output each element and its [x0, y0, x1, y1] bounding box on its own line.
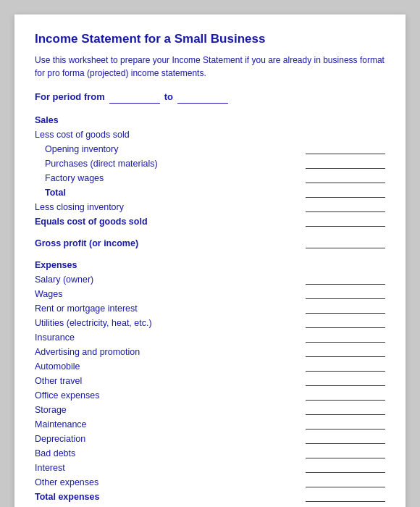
row-label: Purchases (direct materials) [35, 159, 298, 169]
table-row: Total [35, 185, 385, 198]
table-row: Advertising and promotion [35, 344, 385, 357]
row-label: Storage [35, 405, 298, 415]
row-label: Maintenance [35, 419, 298, 430]
section-spacer [35, 503, 385, 507]
row-label: Equals cost of goods sold [35, 217, 298, 227]
table-row: Less closing inventory [35, 199, 385, 212]
row-label: Sales [35, 115, 306, 125]
table-row: Office expenses [35, 387, 385, 401]
row-label: Total [35, 188, 298, 198]
row-label: Other expenses [35, 477, 298, 487]
section-spacer [35, 228, 385, 235]
income-statement-section: SalesLess cost of goods soldOpening inve… [35, 112, 385, 507]
table-row: Wages [35, 286, 385, 299]
row-label: Utilities (electricity, heat, etc.) [35, 318, 298, 328]
income-statement-page: Income Statement for a Small Business Us… [14, 14, 406, 507]
period-to-underline [177, 92, 228, 104]
row-label: Gross profit (or income) [35, 238, 298, 248]
row-label: Less closing inventory [35, 202, 298, 212]
row-input[interactable] [306, 331, 385, 343]
period-label: For period from [35, 91, 105, 102]
table-row: Opening inventory [35, 141, 385, 154]
row-input[interactable] [306, 273, 385, 285]
section-spacer [35, 250, 385, 257]
row-label: Insurance [35, 332, 298, 343]
table-row: Expenses [35, 257, 385, 270]
row-label: Rent or mortgage interest [35, 303, 298, 314]
row-input[interactable] [306, 186, 385, 198]
row-label: Total expenses [35, 492, 298, 502]
period-to: to [164, 91, 173, 102]
row-label: Expenses [35, 260, 306, 270]
table-row: Maintenance [35, 416, 385, 430]
page-title: Income Statement for a Small Business [35, 32, 385, 46]
row-input[interactable] [306, 461, 385, 473]
table-row: Other expenses [35, 474, 385, 487]
row-input[interactable] [306, 288, 385, 299]
row-input[interactable] [306, 490, 385, 502]
table-row: Purchases (direct materials) [35, 156, 385, 169]
row-label: Automobile [35, 361, 298, 372]
row-label: Opening inventory [35, 144, 298, 154]
row-input[interactable] [306, 432, 385, 444]
table-row: Salary (owner) [35, 272, 385, 285]
table-row: Utilities (electricity, heat, etc.) [35, 315, 385, 328]
table-row: Factory wages [35, 170, 385, 183]
table-row: Bad debts [35, 445, 385, 458]
row-input[interactable] [306, 418, 385, 430]
row-label: Factory wages [35, 173, 298, 183]
row-label: Salary (owner) [35, 275, 298, 285]
table-row: Sales [35, 112, 385, 125]
table-row: Total expenses [35, 489, 385, 502]
row-input[interactable] [306, 360, 385, 372]
period-from-underline [109, 92, 160, 104]
row-input[interactable] [306, 389, 385, 401]
table-row: Less cost of goods sold [35, 127, 385, 140]
row-input[interactable] [306, 237, 385, 248]
row-label: Advertising and promotion [35, 347, 298, 357]
table-row: Insurance [35, 330, 385, 343]
row-label: Bad debts [35, 448, 298, 458]
row-label: Depreciation [35, 434, 298, 444]
page-description: Use this worksheet to prepare your Incom… [35, 54, 385, 80]
table-row: Gross profit (or income) [35, 235, 385, 248]
row-label: Office expenses [35, 390, 298, 401]
row-input[interactable] [306, 157, 385, 169]
row-input[interactable] [306, 447, 385, 458]
row-input[interactable] [306, 215, 385, 227]
row-input[interactable] [306, 403, 385, 415]
row-label: Other travel [35, 376, 298, 386]
table-row: Interest [35, 460, 385, 473]
row-input[interactable] [306, 345, 385, 357]
row-input[interactable] [306, 476, 385, 487]
row-label: Wages [35, 289, 298, 299]
row-input[interactable] [306, 172, 385, 183]
row-label: Less cost of goods sold [35, 130, 306, 140]
row-input[interactable] [306, 201, 385, 212]
table-row: Rent or mortgage interest [35, 301, 385, 314]
row-input[interactable] [306, 143, 385, 154]
period-row: For period from to [35, 91, 385, 102]
row-label: Interest [35, 463, 298, 473]
table-row: Equals cost of goods sold [35, 214, 385, 227]
table-row: Depreciation [35, 431, 385, 444]
row-input[interactable] [306, 317, 385, 328]
row-input[interactable] [306, 302, 385, 314]
table-row: Automobile [35, 359, 385, 372]
table-row: Storage [35, 402, 385, 415]
row-input[interactable] [306, 374, 385, 386]
table-row: Other travel [35, 373, 385, 386]
